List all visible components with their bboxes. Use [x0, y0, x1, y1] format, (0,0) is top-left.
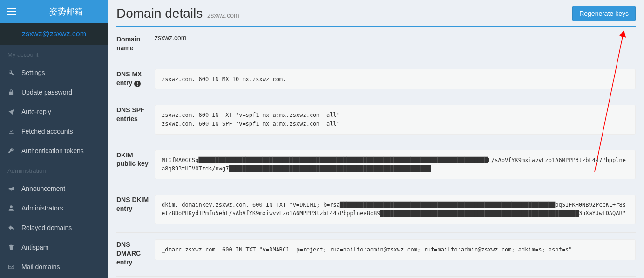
label-dkim-pub: DKIM public key — [116, 143, 155, 188]
sidebar-header: 姿势邮箱 — [0, 0, 108, 23]
main-panel: Domain details zsxwz.com Regenerate keys… — [108, 0, 644, 278]
nav-label: Fetched accounts — [21, 128, 73, 135]
nav-label: Authentication tokens — [21, 147, 84, 155]
regenerate-keys-button[interactable]: Regenerate keys — [572, 6, 636, 21]
page-header: Domain details zsxwz.com Regenerate keys — [108, 0, 644, 26]
value-dns-mx: zsxwz.com. 600 IN MX 10 mx.zsxwz.com. — [155, 69, 636, 90]
row-dns-spf: DNS SPF entries zsxwz.com. 600 IN TXT "v… — [116, 98, 636, 143]
info-icon[interactable]: ! — [134, 81, 141, 87]
nav-announcement[interactable]: Announcement — [0, 179, 108, 198]
content-area: Domain name zsxwz.com DNS MX entry ! zsx… — [108, 27, 644, 278]
page-title-wrap: Domain details zsxwz.com — [116, 6, 239, 21]
nav-relayed-domains[interactable]: Relayed domains — [0, 218, 108, 237]
page-title: Domain details — [116, 6, 203, 21]
label-dns-dmarc: DNS DMARC entry — [116, 233, 155, 276]
download-icon — [7, 128, 15, 135]
user-email-link[interactable]: zsxwz@zsxwz.com — [0, 23, 108, 45]
nav-administrators[interactable]: Administrators — [0, 198, 108, 218]
label-dns-spf: DNS SPF entries — [116, 98, 155, 142]
nav-label: Mail domains — [21, 263, 60, 271]
nav-section-administration: Administration — [0, 161, 108, 179]
nav-label: Auto-reply — [21, 108, 51, 115]
row-dns-dkim: DNS DKIM entry dkim._domainkey.zsxwz.com… — [116, 188, 636, 233]
nav-label: Settings — [21, 69, 45, 76]
trash-icon — [7, 244, 15, 251]
nav-label: Relayed domains — [21, 224, 72, 231]
user-icon — [7, 205, 15, 211]
envelope-icon — [7, 264, 15, 270]
row-dns-dmarc: DNS DMARC entry _dmarc.zsxwz.com. 600 IN… — [116, 233, 636, 277]
nav-label: Administrators — [21, 204, 63, 212]
label-domain-name: Domain name — [116, 27, 155, 62]
sidebar: 姿势邮箱 zsxwz@zsxwz.com My account Settings… — [0, 0, 108, 278]
plane-icon — [7, 108, 15, 115]
nav-mail-domains[interactable]: Mail domains — [0, 257, 108, 277]
nav-label: Announcement — [21, 185, 65, 192]
value-dns-dkim: dkim._domainkey.zsxwz.com. 600 IN TXT "v… — [155, 195, 636, 224]
row-dkim-pub: DKIM public key MIGfMA0GCSq█████████████… — [116, 143, 636, 188]
nav-settings[interactable]: Settings — [0, 63, 108, 82]
nav-auth-tokens[interactable]: Authentication tokens — [0, 141, 108, 161]
value-domain-name: zsxwz.com — [155, 27, 636, 62]
nav-auto-reply[interactable]: Auto-reply — [0, 102, 108, 122]
bullhorn-icon — [7, 185, 15, 192]
label-dns-dkim: DNS DKIM entry — [116, 188, 155, 232]
nav-section-my-account: My account — [0, 45, 108, 63]
row-domain-name: Domain name zsxwz.com — [116, 27, 636, 62]
wrench-icon — [7, 69, 15, 76]
nav-antispam[interactable]: Antispam — [0, 237, 108, 257]
nav-fetched-accounts[interactable]: Fetched accounts — [0, 122, 108, 141]
hamburger-menu-icon[interactable] — [6, 8, 18, 15]
label-dns-mx: DNS MX entry ! — [116, 62, 155, 98]
value-dkim-pub: MIGfMA0GCSq█████████████████████████████… — [155, 150, 636, 179]
nav-label: Antispam — [21, 244, 48, 251]
page-subtitle: zsxwz.com — [207, 12, 239, 19]
nav-update-password[interactable]: Update password — [0, 82, 108, 102]
value-dns-dmarc: _dmarc.zsxwz.com. 600 IN TXT "v=DMARC1; … — [155, 239, 636, 260]
reply-icon — [7, 224, 15, 231]
row-dns-mx: DNS MX entry ! zsxwz.com. 600 IN MX 10 m… — [116, 62, 636, 99]
nav-label: Update password — [21, 88, 72, 96]
lock-icon — [7, 89, 15, 95]
brand-title: 姿势邮箱 — [30, 6, 102, 17]
value-dns-spf: zsxwz.com. 600 IN TXT "v=spf1 mx a:mx.zs… — [155, 105, 636, 134]
key-icon — [7, 148, 15, 154]
